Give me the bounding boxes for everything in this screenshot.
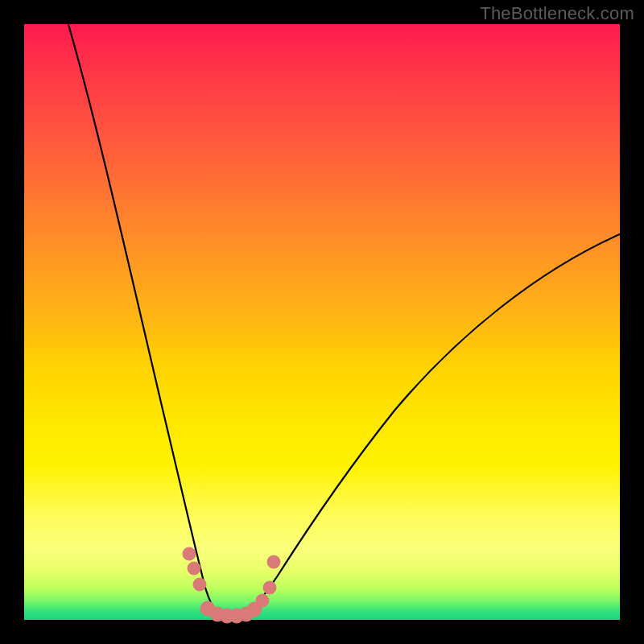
plot-area xyxy=(24,24,620,620)
left-curve xyxy=(66,16,221,617)
marker-dot xyxy=(193,578,206,591)
chart-frame: TheBottleneck.com xyxy=(0,0,644,644)
right-curve xyxy=(243,233,621,617)
marker-dot xyxy=(188,562,200,575)
curve-layer xyxy=(24,24,620,620)
marker-dot xyxy=(256,594,269,607)
marker-dot xyxy=(183,547,196,560)
marker-dot xyxy=(263,581,276,594)
marker-dot xyxy=(267,555,280,568)
watermark-label: TheBottleneck.com xyxy=(480,3,634,24)
